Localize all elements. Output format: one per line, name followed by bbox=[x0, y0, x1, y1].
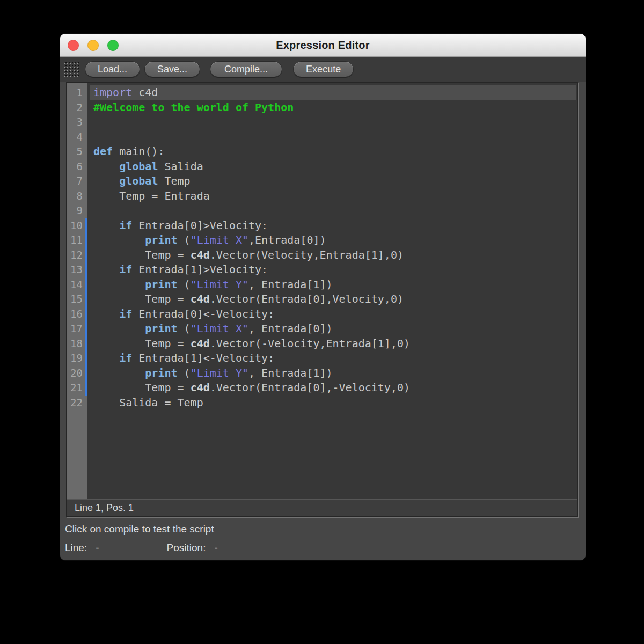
gutter: 12345678910111213141516171819202122 bbox=[67, 83, 87, 499]
line-number: 7 bbox=[67, 174, 87, 189]
code-line[interactable] bbox=[87, 130, 577, 145]
code-line[interactable]: if Entrada[0]<-Velocity: bbox=[87, 307, 577, 322]
expression-editor-window: Expression Editor Load... Save... Compil… bbox=[60, 34, 586, 560]
line-number: 5 bbox=[67, 144, 87, 159]
code-line[interactable] bbox=[87, 203, 577, 218]
code-line[interactable]: #Welcome to the world of Python bbox=[87, 100, 577, 115]
line-number: 4 bbox=[67, 130, 87, 145]
code-line[interactable]: print ("Limit Y", Entrada[1]) bbox=[87, 366, 577, 381]
compile-button[interactable]: Compile... bbox=[210, 61, 282, 77]
save-button[interactable]: Save... bbox=[144, 61, 200, 77]
compile-hint-text: Click on compile to test the script bbox=[65, 523, 214, 535]
line-number: 9 bbox=[67, 203, 87, 218]
code-line[interactable]: global Temp bbox=[87, 174, 577, 189]
drag-grip-icon[interactable] bbox=[64, 61, 80, 78]
code-line[interactable]: Temp = c4d.Vector(Velocity,Entrada[1],0) bbox=[87, 248, 577, 263]
minimize-button[interactable] bbox=[87, 40, 99, 51]
desktop-background: Expression Editor Load... Save... Compil… bbox=[0, 0, 644, 644]
close-button[interactable] bbox=[68, 40, 79, 51]
error-line-value: - bbox=[96, 542, 99, 554]
code-line[interactable]: Temp = c4d.Vector(-Velocity,Entrada[1],0… bbox=[87, 336, 577, 352]
code-line[interactable]: if Entrada[1]>Velocity: bbox=[87, 262, 577, 277]
title-bar[interactable]: Expression Editor bbox=[60, 34, 586, 57]
toolbar: Load... Save... Compile... Execute bbox=[60, 57, 586, 82]
error-position-value: - bbox=[214, 542, 217, 554]
window-title: Expression Editor bbox=[276, 39, 370, 52]
line-number: 6 bbox=[67, 159, 87, 174]
code-scroll-area: 12345678910111213141516171819202122 impo… bbox=[67, 83, 577, 499]
error-position-label: Position: bbox=[167, 542, 206, 554]
line-number: 8 bbox=[67, 189, 87, 204]
code-line[interactable]: Temp = c4d.Vector(Entrada[0],Velocity,0) bbox=[87, 292, 577, 307]
code-line[interactable]: def main(): bbox=[87, 144, 577, 159]
code-line[interactable]: import c4d bbox=[90, 85, 576, 100]
line-number: 1 bbox=[67, 85, 87, 100]
code-line[interactable] bbox=[87, 115, 577, 130]
code-line[interactable]: Salida = Temp bbox=[87, 396, 577, 411]
error-line-label: Line: bbox=[65, 542, 87, 554]
code-line[interactable]: print ("Limit X", Entrada[0]) bbox=[87, 321, 577, 336]
code-line[interactable]: print ("Limit X",Entrada[0]) bbox=[87, 233, 577, 248]
traffic-lights bbox=[68, 34, 119, 56]
code-line[interactable]: global Salida bbox=[87, 159, 577, 174]
code-line[interactable]: if Entrada[0]>Velocity: bbox=[87, 218, 577, 233]
cursor-position-text: Line 1, Pos. 1 bbox=[75, 502, 134, 514]
execute-button[interactable]: Execute bbox=[293, 61, 354, 77]
code-line[interactable]: Temp = c4d.Vector(Entrada[0],-Velocity,0… bbox=[87, 380, 577, 396]
zoom-button[interactable] bbox=[107, 40, 119, 51]
line-number: 22 bbox=[67, 396, 87, 411]
code-line[interactable]: Temp = Entrada bbox=[87, 189, 577, 204]
load-button[interactable]: Load... bbox=[85, 61, 140, 77]
code-pane[interactable]: import c4d#Welcome to the world of Pytho… bbox=[87, 83, 577, 499]
code-editor: 12345678910111213141516171819202122 impo… bbox=[66, 82, 578, 517]
line-number: 2 bbox=[67, 100, 87, 115]
code-line[interactable]: if Entrada[1]<-Velocity: bbox=[87, 351, 577, 366]
line-number: 3 bbox=[67, 115, 87, 130]
editor-status-bar: Line 1, Pos. 1 bbox=[67, 499, 577, 516]
code-line[interactable]: print ("Limit Y", Entrada[1]) bbox=[87, 277, 577, 292]
error-position-row: Line: - Position: - bbox=[65, 542, 218, 554]
